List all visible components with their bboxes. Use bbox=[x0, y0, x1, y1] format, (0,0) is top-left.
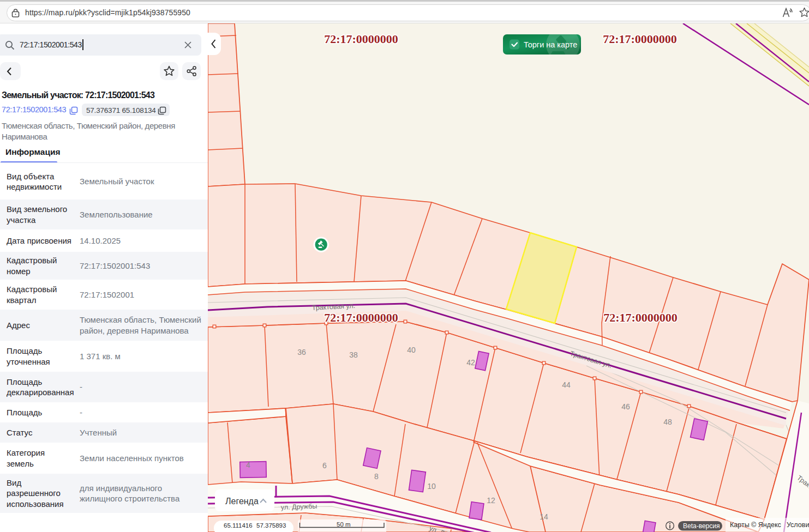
svg-text:Торги на карте: Торги на карте bbox=[524, 40, 577, 49]
svg-text:40: 40 bbox=[407, 346, 416, 354]
svg-text:57.375893: 57.375893 bbox=[256, 522, 286, 529]
svg-text:72:17:0000000: 72:17:0000000 bbox=[324, 311, 398, 324]
svg-text:65.111416: 65.111416 bbox=[224, 522, 253, 529]
svg-text:36: 36 bbox=[297, 348, 306, 356]
svg-text:46: 46 bbox=[621, 402, 630, 411]
svg-text:ул. Дружбы: ул. Дружбы bbox=[281, 503, 317, 511]
svg-text:42: 42 bbox=[466, 358, 475, 367]
svg-text:48: 48 bbox=[663, 418, 672, 426]
svg-text:14: 14 bbox=[540, 512, 548, 521]
svg-text:12: 12 bbox=[487, 496, 495, 505]
svg-text:72:17:0000000: 72:17:0000000 bbox=[603, 311, 678, 324]
svg-text:72:17:0000000: 72:17:0000000 bbox=[324, 32, 398, 46]
svg-text:Карты © Яндекс: Карты © Яндекс bbox=[730, 521, 781, 529]
svg-text:Beta-версия: Beta-версия bbox=[683, 522, 720, 530]
svg-text:72:17:0000000: 72:17:0000000 bbox=[603, 32, 677, 46]
svg-text:6: 6 bbox=[322, 461, 327, 470]
svg-text:8: 8 bbox=[374, 472, 379, 481]
svg-text:38: 38 bbox=[349, 350, 358, 359]
svg-text:Легенда: Легенда bbox=[225, 497, 259, 506]
svg-text:44: 44 bbox=[562, 380, 571, 389]
svg-text:50 m: 50 m bbox=[337, 521, 351, 528]
svg-text:4: 4 bbox=[246, 461, 250, 469]
svg-text:10: 10 bbox=[427, 482, 436, 491]
svg-text:Условия: Условия bbox=[787, 521, 809, 529]
